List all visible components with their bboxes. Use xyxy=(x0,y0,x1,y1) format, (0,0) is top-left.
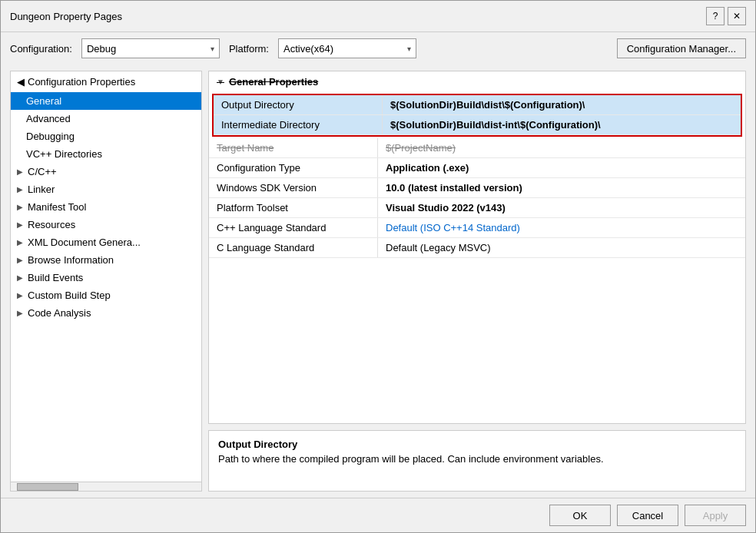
build-events-expand-arrow: ▶ xyxy=(17,273,23,282)
prop-name-cpp-lang-std: C++ Language Standard xyxy=(209,218,378,237)
help-button[interactable]: ? xyxy=(706,7,724,25)
apply-button[interactable]: Apply xyxy=(685,505,746,526)
sidebar-item-custom-build-step-label: Custom Build Step xyxy=(28,290,111,301)
title-bar-controls: ? ✕ xyxy=(706,7,746,25)
section-header-label: General Properties xyxy=(229,76,318,88)
platform-value: Active(x64) xyxy=(284,43,333,55)
sidebar-item-general-label: General xyxy=(26,95,61,107)
sidebar-item-build-events[interactable]: ▶ Build Events xyxy=(11,269,201,286)
prop-row-target-name[interactable]: Target Name $(ProjectName) xyxy=(209,138,745,158)
description-panel: Output Directory Path to where the compi… xyxy=(208,430,746,492)
sidebar-item-code-analysis[interactable]: ▶ Code Analysis xyxy=(11,304,201,322)
platform-dropdown-arrow: ▾ xyxy=(407,45,411,53)
sidebar-item-advanced-label: Advanced xyxy=(26,113,71,124)
browse-info-expand-arrow: ▶ xyxy=(17,256,23,264)
sidebar-item-debugging-label: Debugging xyxy=(26,131,75,142)
sidebar-scrollbar[interactable] xyxy=(11,482,201,491)
sidebar-item-general[interactable]: General xyxy=(11,92,201,110)
config-manager-button[interactable]: Configuration Manager... xyxy=(617,38,746,58)
bottom-bar: OK Cancel Apply xyxy=(1,498,755,532)
sidebar-item-linker[interactable]: ▶ Linker xyxy=(11,180,201,198)
cancel-button[interactable]: Cancel xyxy=(617,505,678,526)
sidebar-item-advanced[interactable]: Advanced xyxy=(11,110,201,127)
title-bar: Dungeon Property Pages ? ✕ xyxy=(1,1,755,32)
sidebar-item-vc-directories[interactable]: VC++ Directories xyxy=(11,145,201,163)
xml-doc-gen-expand-arrow: ▶ xyxy=(17,238,23,247)
sidebar-item-build-events-label: Build Events xyxy=(28,272,83,283)
description-text: Path to where the compiled program will … xyxy=(218,453,736,465)
close-button[interactable]: ✕ xyxy=(728,7,746,25)
properties-panel: ▼ General Properties Output Directory $(… xyxy=(208,71,746,424)
platform-label: Platform: xyxy=(229,43,269,55)
prop-row-windows-sdk[interactable]: Windows SDK Version 10.0 (latest install… xyxy=(209,178,745,198)
resources-expand-arrow: ▶ xyxy=(17,220,23,229)
sidebar-item-cpp-label: C/C++ xyxy=(28,166,57,177)
sidebar-item-browse-info[interactable]: ▶ Browse Information xyxy=(11,251,201,269)
sidebar-item-custom-build-step[interactable]: ▶ Custom Build Step xyxy=(11,286,201,304)
prop-name-output-dir: Output Directory xyxy=(214,95,383,114)
manifest-tool-expand-arrow: ▶ xyxy=(17,203,23,211)
platform-dropdown[interactable]: Active(x64) ▾ xyxy=(278,38,416,58)
ok-button[interactable]: OK xyxy=(549,505,611,526)
sidebar: ◀ Configuration Properties General Advan… xyxy=(10,71,202,492)
prop-row-c-lang-std[interactable]: C Language Standard Default (Legacy MSVC… xyxy=(209,238,745,258)
prop-value-c-lang-std: Default (Legacy MSVC) xyxy=(378,238,745,257)
prop-value-platform-toolset: Visual Studio 2022 (v143) xyxy=(378,198,745,217)
sidebar-item-xml-doc-gen[interactable]: ▶ XML Document Genera... xyxy=(11,233,201,251)
cpp-expand-arrow: ▶ xyxy=(17,167,23,176)
sidebar-item-vc-directories-label: VC++ Directories xyxy=(26,148,102,160)
config-dropdown-arrow: ▾ xyxy=(211,45,214,53)
linker-expand-arrow: ▶ xyxy=(17,185,23,194)
prop-row-config-type[interactable]: Configuration Type Application (.exe) xyxy=(209,158,745,178)
sidebar-item-code-analysis-label: Code Analysis xyxy=(28,307,91,319)
prop-value-output-dir: $(SolutionDir)Build\dist\$(Configuration… xyxy=(383,95,741,114)
toolbar: Configuration: Debug ▾ Platform: Active(… xyxy=(1,32,755,65)
prop-value-target-name: $(ProjectName) xyxy=(378,138,745,157)
config-value: Debug xyxy=(87,43,116,55)
prop-row-intermediate-dir[interactable]: Intermediate Directory $(SolutionDir)Bui… xyxy=(214,115,741,135)
section-header: ▼ General Properties xyxy=(209,71,745,92)
prop-row-platform-toolset[interactable]: Platform Toolset Visual Studio 2022 (v14… xyxy=(209,198,745,218)
prop-name-platform-toolset: Platform Toolset xyxy=(209,198,378,217)
sidebar-scrollbar-thumb[interactable] xyxy=(17,483,78,491)
prop-name-config-type: Configuration Type xyxy=(209,158,378,177)
main-content: ◀ Configuration Properties General Advan… xyxy=(1,65,755,498)
sidebar-item-manifest-tool[interactable]: ▶ Manifest Tool xyxy=(11,198,201,216)
right-panel: ▼ General Properties Output Directory $(… xyxy=(208,71,746,492)
prop-value-config-type: Application (.exe) xyxy=(378,158,745,177)
prop-name-windows-sdk: Windows SDK Version xyxy=(209,178,378,197)
dialog-title: Dungeon Property Pages xyxy=(10,11,122,22)
sidebar-collapse-arrow[interactable]: ◀ xyxy=(17,76,25,88)
sidebar-item-browse-info-label: Browse Information xyxy=(28,254,114,266)
sidebar-item-resources-label: Resources xyxy=(28,219,75,230)
sidebar-item-resources[interactable]: ▶ Resources xyxy=(11,216,201,233)
sidebar-item-linker-label: Linker xyxy=(28,184,55,195)
prop-value-cpp-lang-std: Default (ISO C++14 Standard) xyxy=(378,218,745,237)
prop-value-windows-sdk: 10.0 (latest installed version) xyxy=(378,178,745,197)
sidebar-header: ◀ Configuration Properties xyxy=(11,71,201,92)
prop-name-c-lang-std: C Language Standard xyxy=(209,238,378,257)
description-title: Output Directory xyxy=(218,439,736,450)
prop-name-target-name: Target Name xyxy=(209,138,378,157)
sidebar-item-cpp[interactable]: ▶ C/C++ xyxy=(11,163,201,180)
section-collapse-arrow[interactable]: ▼ xyxy=(217,78,224,86)
highlighted-rows-container: Output Directory $(SolutionDir)Build\dis… xyxy=(212,94,742,137)
custom-build-step-expand-arrow: ▶ xyxy=(17,291,23,300)
code-analysis-expand-arrow: ▶ xyxy=(17,309,23,317)
sidebar-item-debugging[interactable]: Debugging xyxy=(11,127,201,145)
property-pages-dialog: Dungeon Property Pages ? ✕ Configuration… xyxy=(0,0,756,533)
config-label: Configuration: xyxy=(10,43,72,55)
configuration-dropdown[interactable]: Debug ▾ xyxy=(81,38,220,58)
prop-row-cpp-lang-std[interactable]: C++ Language Standard Default (ISO C++14… xyxy=(209,218,745,238)
prop-name-intermediate-dir: Intermediate Directory xyxy=(214,115,383,134)
prop-row-output-dir[interactable]: Output Directory $(SolutionDir)Build\dis… xyxy=(214,95,741,115)
prop-value-intermediate-dir: $(SolutionDir)Build\dist-int\$(Configura… xyxy=(383,115,741,134)
sidebar-header-label: Configuration Properties xyxy=(28,76,135,88)
sidebar-item-manifest-tool-label: Manifest Tool xyxy=(28,201,86,213)
sidebar-item-xml-doc-gen-label: XML Document Genera... xyxy=(28,237,141,248)
